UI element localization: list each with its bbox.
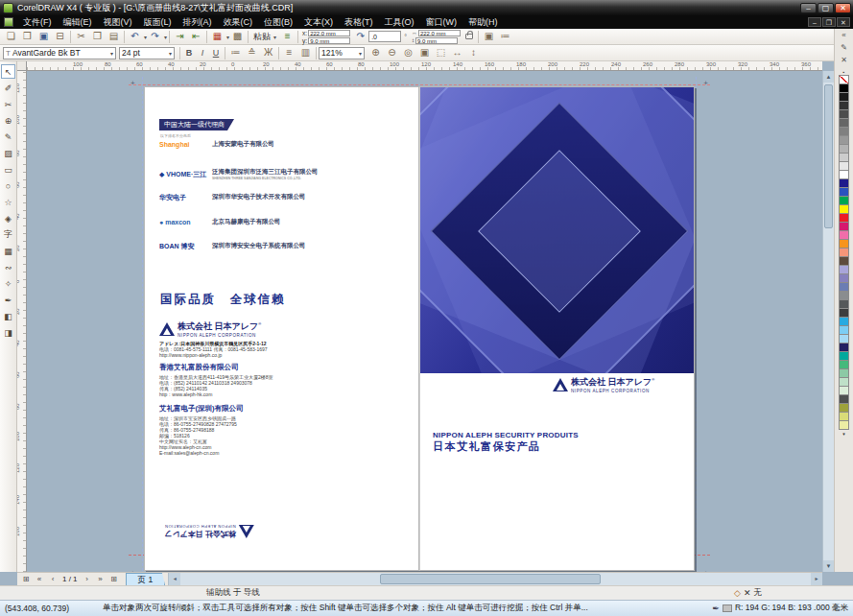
drop-cap-icon[interactable]: ≙ xyxy=(244,46,260,60)
menu-item[interactable]: 文本(X) xyxy=(298,15,339,30)
polygon-tool[interactable]: ☆ xyxy=(1,195,15,209)
palette-scroll-down-icon[interactable]: ▾ xyxy=(839,430,849,438)
docker-curve-icon[interactable]: ✎ xyxy=(838,41,851,54)
menu-item[interactable]: 位图(B) xyxy=(258,15,298,30)
y-position-field[interactable]: 9.0 mm xyxy=(308,37,350,44)
horizontal-scrollbar[interactable]: ◂ ▸ xyxy=(168,573,822,585)
vertical-ruler[interactable]: 12010080604020020406080100120140160 xyxy=(17,71,27,572)
new-document-icon[interactable]: ❏ xyxy=(3,30,19,44)
object-properties-icon[interactable]: ▣ xyxy=(481,30,497,44)
top-guideline[interactable] xyxy=(129,84,710,85)
first-page-icon[interactable]: « xyxy=(34,575,45,583)
text-alignment-icon[interactable]: ≡ xyxy=(281,46,297,60)
x-position-field[interactable]: 222.0 mm xyxy=(308,30,350,36)
zoom-level-select[interactable]: 121% ▾ xyxy=(319,47,365,59)
back-cover-page[interactable]: 中国大陆一级代理商 以下排名不分先后 Shanghai上海安蒙电子有限公司◆ V… xyxy=(144,86,419,571)
text-tool[interactable]: 字 xyxy=(1,227,15,242)
scroll-down-icon[interactable]: ▼ xyxy=(823,560,834,572)
print-icon[interactable]: ⊟ xyxy=(52,30,68,44)
add-page-icon[interactable]: ⊞ xyxy=(20,575,32,583)
menu-item[interactable]: 表格(T) xyxy=(339,15,379,30)
zoom-all-objects-icon[interactable]: ⬚ xyxy=(433,46,449,60)
doc-close-button[interactable]: ✕ xyxy=(837,17,850,27)
font-size-select[interactable]: 24 pt ▾ xyxy=(119,47,175,59)
pick-tool[interactable]: ↖ xyxy=(1,64,15,79)
basic-shapes-tool[interactable]: ◈ xyxy=(1,211,15,225)
export-icon[interactable]: ⇤ xyxy=(188,30,204,44)
docker-collapse-icon[interactable]: « xyxy=(838,29,851,41)
toolbar-options-icon[interactable]: ≔ xyxy=(497,30,513,44)
doc-restore-button[interactable]: ❐ xyxy=(822,17,836,27)
page-tab[interactable]: 页 1 xyxy=(126,573,166,586)
menu-item[interactable]: 编辑(E) xyxy=(58,15,98,30)
rectangle-tool[interactable]: ▭ xyxy=(1,162,15,177)
menu-item[interactable]: 版面(L) xyxy=(138,15,178,30)
minimize-button[interactable]: – xyxy=(800,3,817,13)
close-button[interactable]: ✕ xyxy=(835,3,851,13)
welcome-screen-icon[interactable]: ▩ xyxy=(229,30,246,44)
next-page-icon[interactable]: › xyxy=(82,575,93,583)
application-launcher-icon[interactable]: ▦ xyxy=(209,30,225,44)
zoom-out-icon[interactable]: ⊖ xyxy=(384,46,400,60)
previous-page-icon[interactable]: ‹ xyxy=(47,575,59,583)
interactive-blend-tool[interactable]: ∾ xyxy=(1,260,15,274)
horizontal-scroll-thumb[interactable] xyxy=(380,574,601,584)
scroll-right-icon[interactable]: ▸ xyxy=(811,573,822,585)
eyedropper-tool[interactable]: ✧ xyxy=(1,276,15,291)
menu-item[interactable]: 窗口(W) xyxy=(420,15,463,30)
scroll-left-icon[interactable]: ◂ xyxy=(169,573,180,585)
undo-icon[interactable]: ↶ xyxy=(127,30,143,44)
bullet-list-icon[interactable]: ≔ xyxy=(227,46,244,60)
menu-item[interactable]: 效果(C) xyxy=(218,15,259,30)
options-icon[interactable]: ≡ xyxy=(279,30,296,44)
no-color-swatch[interactable] xyxy=(839,75,849,84)
zoom-tool[interactable]: ⊕ xyxy=(1,113,15,128)
ellipse-tool[interactable]: ○ xyxy=(1,178,15,193)
menu-item[interactable]: 文件(F) xyxy=(17,15,58,30)
character-formatting-icon[interactable]: Ж xyxy=(260,46,276,60)
lock-ratio-icon[interactable] xyxy=(465,34,473,39)
last-page-icon[interactable]: » xyxy=(95,575,107,583)
vertical-scroll-thumb[interactable] xyxy=(824,84,833,228)
scroll-up-icon[interactable]: ▲ xyxy=(823,71,834,83)
zoom-page-height-icon[interactable]: ↕ xyxy=(465,46,482,60)
crop-tool[interactable]: ✂ xyxy=(1,97,15,111)
maximize-button[interactable]: ▢ xyxy=(817,3,834,13)
columns-icon[interactable]: ▥ xyxy=(297,46,314,60)
interactive-fill-tool[interactable]: ◨ xyxy=(1,325,15,340)
add-page-icon[interactable]: ⊞ xyxy=(108,575,120,583)
object-width-field[interactable]: 222.0 mm xyxy=(418,30,461,36)
menu-item[interactable]: 排列(A) xyxy=(178,15,218,30)
right-guideline[interactable] xyxy=(696,77,697,572)
menu-item[interactable]: 帮助(H) xyxy=(462,15,504,30)
front-cover-page[interactable]: 株式会社 日本アレフ® NIPPON ALEPH CORPORATION NIP… xyxy=(419,86,695,571)
open-icon[interactable]: ❒ xyxy=(19,30,36,44)
bold-button[interactable]: B xyxy=(182,48,196,58)
rotation-angle-field[interactable]: .0 xyxy=(368,31,401,42)
copy-icon[interactable]: ❐ xyxy=(89,30,106,44)
italic-button[interactable]: I xyxy=(196,48,209,58)
left-guideline[interactable] xyxy=(142,77,143,572)
import-icon[interactable]: ⇥ xyxy=(172,30,188,44)
shape-tool[interactable]: ✐ xyxy=(1,81,15,95)
zoom-selected-icon[interactable]: ▣ xyxy=(416,46,433,60)
vertical-scrollbar[interactable]: ▲ ▼ xyxy=(822,71,834,572)
font-select[interactable]: T AvantGarde Bk BT ▾ xyxy=(3,47,116,59)
paste-special-button[interactable]: 粘贴 ▾ xyxy=(250,31,279,43)
underline-button[interactable]: U xyxy=(209,48,223,58)
drawing-canvas[interactable]: + + + + 中国大陆一级代理商 以下排名不分先后 Shanghai上海安蒙电… xyxy=(27,71,822,572)
save-icon[interactable]: ▣ xyxy=(36,30,52,44)
zoom-page-width-icon[interactable]: ↔ xyxy=(449,46,465,60)
menu-item[interactable]: 视图(V) xyxy=(98,15,138,30)
redo-dropdown-icon[interactable]: ▾ xyxy=(164,34,167,40)
zoom-in-icon[interactable]: ⊕ xyxy=(367,46,384,60)
object-height-field[interactable]: 9.0 mm xyxy=(415,37,458,44)
fill-tool[interactable]: ◧ xyxy=(1,309,15,323)
paste-icon[interactable]: ▤ xyxy=(106,30,122,44)
smart-fill-tool[interactable]: ▨ xyxy=(1,146,15,160)
color-swatch[interactable] xyxy=(839,420,849,430)
outline-pen-tool[interactable]: ✒ xyxy=(1,293,15,307)
zoom-actual-icon[interactable]: ◎ xyxy=(400,46,416,60)
freehand-tool[interactable]: ✎ xyxy=(1,130,15,144)
redo-icon[interactable]: ↷ xyxy=(147,30,163,44)
